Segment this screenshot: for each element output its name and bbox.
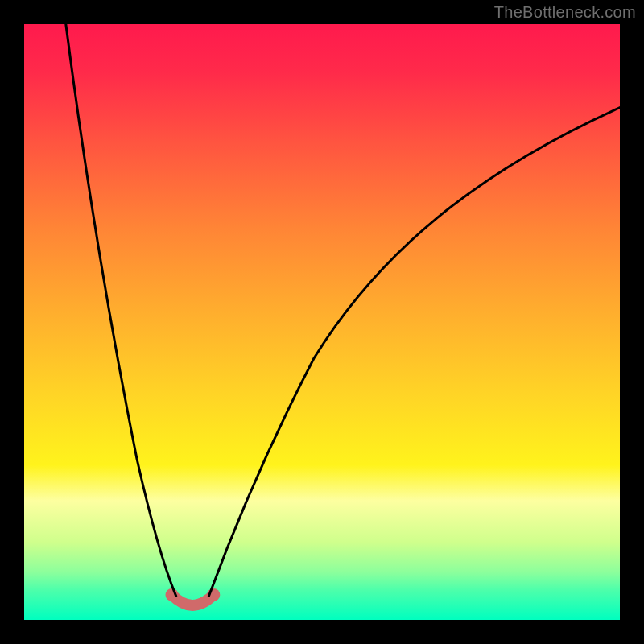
plot-area [24,24,620,620]
bottom-pink-curve [172,595,214,605]
watermark-text: TheBottleneck.com [494,3,636,22]
right-branch-curve [208,108,620,597]
chart-frame: TheBottleneck.com [0,0,644,644]
left-branch-curve [66,24,176,596]
curve-layer [24,24,620,620]
